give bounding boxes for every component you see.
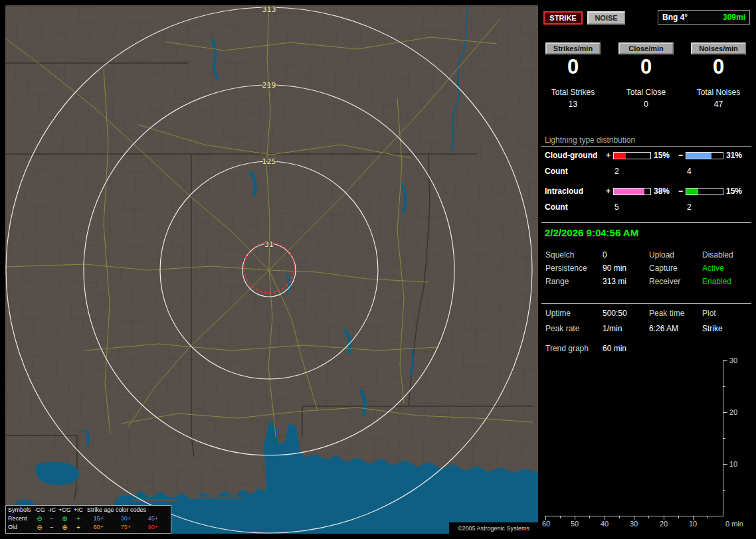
legend-row-old-label: Old bbox=[6, 523, 33, 532]
neg-ic-old-icon: − bbox=[46, 523, 58, 532]
cg-negative-count: 4 bbox=[687, 167, 692, 176]
uptime-label: Uptime bbox=[545, 309, 571, 318]
x-tick-50: 50 bbox=[571, 520, 579, 528]
capture-label: Capture bbox=[649, 264, 678, 273]
pos-cg-old-icon: ⊕ bbox=[58, 523, 72, 532]
range-value: 313 mi bbox=[603, 277, 626, 286]
total-strikes-value: 13 bbox=[545, 100, 601, 109]
peak-rate-label: Peak rate bbox=[545, 324, 579, 333]
squelch-value: 0 bbox=[603, 250, 607, 260]
legend-symbols-header: Symbols bbox=[6, 506, 33, 514]
strike-symbols-legend: Symbols -CG -IC +CG +IC Strike age color… bbox=[5, 505, 171, 534]
trend-graph: 30 20 10 60 50 40 30 20 10 0 min bbox=[541, 356, 751, 534]
neg-cg-recent-icon: ⊖ bbox=[33, 514, 46, 523]
noises-per-min-value: 0 bbox=[691, 55, 746, 79]
y-tick-30: 30 bbox=[729, 356, 737, 364]
upload-label: Upload bbox=[649, 250, 674, 260]
intracloud-label: Intracloud bbox=[545, 187, 583, 196]
strike-mode-button[interactable]: STRIKE bbox=[543, 11, 583, 25]
legend-col-pos-cg: +CG bbox=[58, 506, 72, 514]
x-tick-10: 10 bbox=[689, 520, 697, 528]
minus-sign: − bbox=[678, 151, 683, 160]
x-tick-20: 20 bbox=[660, 520, 668, 528]
settings-section: 2/2/2026 9:04:56 AM Squelch 0 Upload Dis… bbox=[541, 223, 751, 304]
minus-sign: − bbox=[678, 187, 683, 196]
cloud-ground-label: Cloud-ground bbox=[545, 151, 597, 160]
total-noises-value: 47 bbox=[691, 100, 746, 109]
cg-positive-pct: 15% bbox=[654, 151, 670, 160]
legend-col-pos-ic: +IC bbox=[72, 506, 85, 514]
upload-status: Disabled bbox=[702, 250, 733, 260]
strikes-per-min-value: 0 bbox=[545, 55, 601, 79]
trend-graph-axes bbox=[545, 360, 727, 520]
ic-positive-bar bbox=[613, 188, 651, 195]
uptime-value: 500:50 bbox=[603, 309, 627, 318]
ic-count-label: Count bbox=[545, 202, 568, 212]
plot-label: Plot bbox=[702, 309, 716, 318]
bearing-display: Bng 4° 309mi bbox=[658, 10, 750, 25]
strikes-per-min-button[interactable]: Strikes/min bbox=[545, 42, 601, 54]
distribution-title: Lightning type distribution bbox=[545, 135, 635, 145]
x-tick-30: 30 bbox=[630, 520, 638, 528]
y-tick-20: 20 bbox=[729, 408, 737, 416]
squelch-label: Squelch bbox=[545, 250, 574, 260]
map-canvas: 313 219 125 31 bbox=[5, 5, 538, 534]
close-per-min-value: 0 bbox=[618, 55, 674, 79]
legend-col-neg-ic: -IC bbox=[46, 506, 58, 514]
total-close-label: Total Close bbox=[612, 88, 680, 97]
datetime-display: 2/2/2026 9:04:56 AM bbox=[545, 227, 638, 238]
total-strikes-label: Total Strikes bbox=[539, 88, 607, 97]
cg-positive-count: 2 bbox=[614, 167, 619, 176]
ic-negative-count: 2 bbox=[687, 202, 692, 212]
age-code-15: 15+ bbox=[85, 514, 112, 523]
pos-ic-recent-icon: + bbox=[72, 514, 85, 523]
ic-negative-pct: 15% bbox=[726, 187, 742, 196]
trend-section: Uptime 500:50 Peak time Plot Peak rate 1… bbox=[541, 304, 751, 534]
ring-label-125: 125 bbox=[262, 157, 276, 166]
status-panel: STRIKE NOISE Bng 4° 309mi Strikes/min Cl… bbox=[541, 5, 751, 534]
persistence-label: Persistence bbox=[545, 264, 587, 273]
peak-time-value: 6:26 AM bbox=[649, 324, 678, 333]
ring-label-31: 31 bbox=[264, 240, 274, 249]
legend-col-neg-cg: -CG bbox=[33, 506, 46, 514]
age-code-45: 45+ bbox=[140, 514, 167, 523]
total-noises-label: Total Noises bbox=[684, 88, 753, 97]
age-code-75: 75+ bbox=[112, 523, 140, 532]
noise-mode-button[interactable]: NOISE bbox=[587, 11, 625, 25]
x-tick-40: 40 bbox=[601, 520, 609, 528]
x-tick-60: 60 bbox=[542, 520, 550, 528]
cg-negative-pct: 31% bbox=[726, 151, 742, 160]
plot-value: Strike bbox=[702, 324, 723, 333]
ring-label-313: 313 bbox=[262, 5, 276, 14]
bearing-distance: 309mi bbox=[723, 13, 745, 22]
ic-positive-count: 5 bbox=[614, 202, 619, 212]
age-code-60: 60+ bbox=[85, 523, 112, 532]
origin-label: 0 min bbox=[725, 520, 743, 528]
lightning-app-window: 313 219 125 31 Symbols -CG -IC +CG +IC S… bbox=[0, 0, 756, 539]
legend-row-recent-label: Recent bbox=[6, 514, 33, 523]
pos-ic-old-icon: + bbox=[72, 523, 85, 532]
ic-positive-pct: 38% bbox=[654, 187, 670, 196]
total-close-value: 0 bbox=[618, 100, 674, 109]
receiver-label: Receiver bbox=[649, 277, 680, 286]
cg-negative-bar bbox=[686, 152, 723, 159]
receiver-status: Enabled bbox=[702, 277, 731, 286]
divider-line bbox=[541, 146, 751, 147]
cg-positive-bar bbox=[613, 152, 651, 159]
age-code-90: 90+ bbox=[140, 523, 167, 532]
trend-graph-value: 60 min bbox=[603, 344, 626, 353]
peak-rate-value: 1/min bbox=[603, 324, 622, 333]
cg-count-label: Count bbox=[545, 167, 568, 176]
plus-sign: + bbox=[606, 151, 611, 160]
range-label: Range bbox=[545, 277, 569, 286]
ring-label-219: 219 bbox=[262, 81, 276, 90]
peak-time-label: Peak time bbox=[649, 309, 684, 318]
close-per-min-button[interactable]: Close/min bbox=[618, 42, 674, 54]
persistence-value: 90 min bbox=[603, 264, 626, 273]
capture-status: Active bbox=[702, 264, 724, 273]
copyright-text: ©2005 Astrogenic Systems bbox=[449, 522, 538, 534]
legend-age-header: Strike age color codes bbox=[85, 506, 167, 514]
lightning-map[interactable]: 313 219 125 31 Symbols -CG -IC +CG +IC S… bbox=[5, 5, 538, 534]
noises-per-min-button[interactable]: Noises/min bbox=[691, 42, 746, 54]
trend-graph-label: Trend graph bbox=[545, 344, 589, 353]
